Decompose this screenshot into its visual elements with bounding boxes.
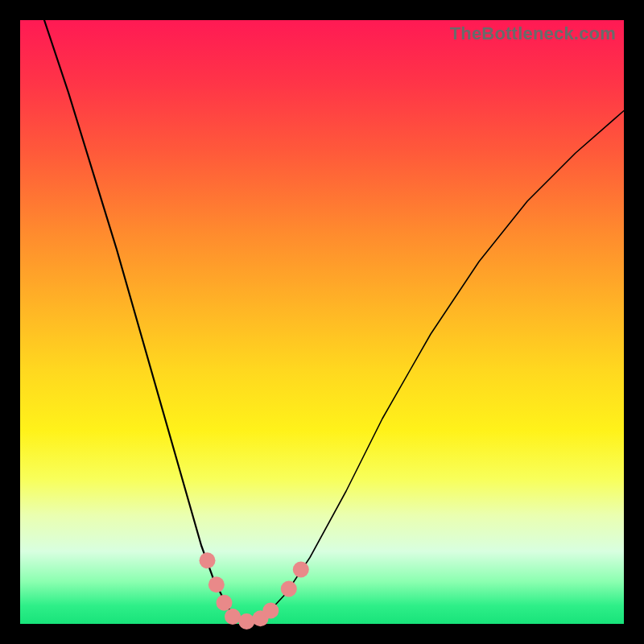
- curve-markers: [200, 552, 309, 630]
- curve-marker: [293, 562, 309, 578]
- curve-marker: [281, 581, 297, 597]
- chart-area: TheBottleneck.com: [20, 20, 624, 624]
- curve-marker: [238, 613, 254, 630]
- curve-left-segment: [44, 20, 246, 623]
- bottleneck-curve-plot: [20, 20, 624, 624]
- curve-marker: [262, 603, 279, 619]
- curve-marker: [225, 609, 241, 625]
- curve-right-segment: [246, 111, 624, 623]
- curve-marker: [217, 595, 233, 611]
- curve-marker: [200, 552, 216, 568]
- curve-marker: [208, 576, 225, 592]
